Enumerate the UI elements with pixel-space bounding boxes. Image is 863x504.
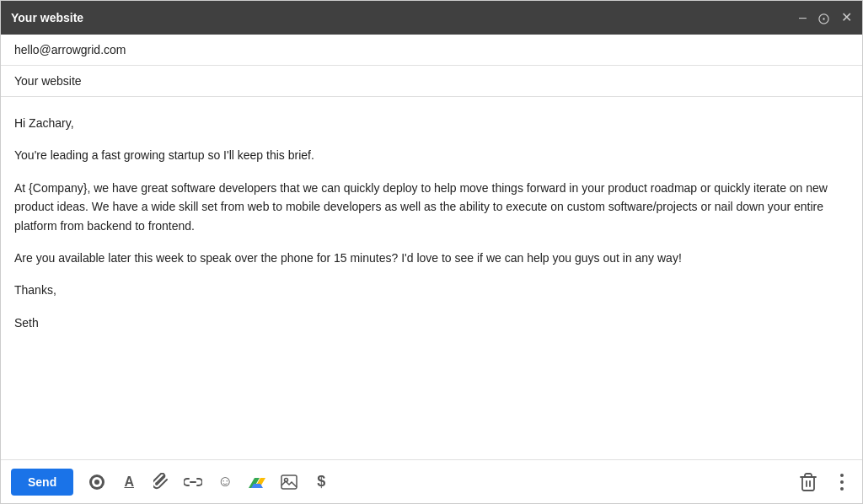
to-address[interactable]: hello@arrowgrid.com — [14, 43, 126, 56]
email-body[interactable]: Hi Zachary, You're leading a fast growin… — [1, 97, 862, 459]
insert-link-icon[interactable] — [183, 472, 203, 492]
svg-point-2 — [94, 480, 99, 485]
send-button[interactable]: Send — [11, 469, 73, 496]
window-controls: – ⨀ ✕ — [799, 11, 852, 24]
compose-toolbar: Send A — [1, 459, 862, 503]
attach-file-icon[interactable] — [151, 472, 171, 492]
email-fields: hello@arrowgrid.com Your website — [1, 35, 862, 97]
signature: Seth — [14, 314, 849, 332]
body-line2: At {Company}, we have great software dev… — [14, 179, 849, 235]
insert-emoji-icon[interactable]: ☺ — [215, 472, 235, 492]
to-field-row: hello@arrowgrid.com — [1, 35, 862, 66]
google-drive-icon[interactable] — [247, 472, 267, 492]
restore-button[interactable]: ⨀ — [818, 13, 829, 24]
format-text-icon[interactable]: A — [119, 472, 139, 492]
more-options-button[interactable] — [832, 472, 852, 492]
email-compose-window: Your website – ⨀ ✕ hello@arrowgrid.com Y… — [0, 0, 863, 504]
svg-point-12 — [840, 487, 844, 491]
greeting: Hi Zachary, — [14, 114, 849, 132]
svg-rect-6 — [281, 475, 297, 489]
close-button[interactable]: ✕ — [841, 11, 852, 24]
toolbar-right-actions — [798, 472, 852, 492]
toolbar-icons: A ☺ — [87, 472, 798, 492]
closing: Thanks, — [14, 281, 849, 299]
subject-value[interactable]: Your website — [14, 74, 82, 88]
window-title: Your website — [11, 11, 83, 24]
insert-photo-icon[interactable] — [279, 472, 299, 492]
insert-signature-icon[interactable]: $ — [311, 472, 331, 492]
subject-field-row: Your website — [1, 66, 862, 96]
discard-button[interactable] — [798, 472, 818, 492]
formatting-toggle-icon[interactable] — [87, 472, 107, 492]
body-line1: You're leading a fast growing startup so… — [14, 146, 849, 164]
svg-point-10 — [840, 474, 844, 477]
svg-point-11 — [840, 480, 844, 484]
title-bar: Your website – ⨀ ✕ — [1, 1, 862, 35]
minimize-button[interactable]: – — [799, 11, 807, 24]
body-line3: Are you available later this week to spe… — [14, 249, 849, 267]
